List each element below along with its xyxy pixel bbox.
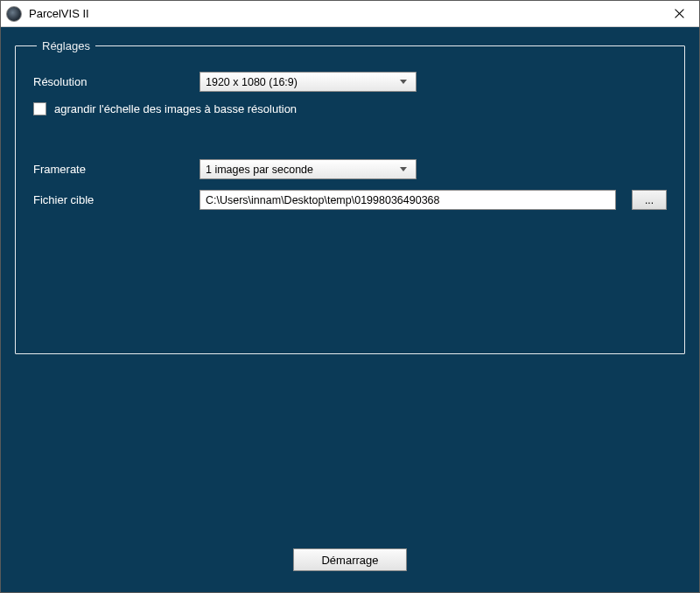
close-button[interactable] [659,1,699,27]
framerate-row: Framerate 1 images par seconde [33,159,667,179]
close-icon [675,9,684,18]
titlebar: ParcelVIS II [1,1,699,27]
upscale-label: agrandir l'échelle des images à basse ré… [54,102,297,115]
bottom-bar: Démarrage [1,548,699,571]
settings-legend: Réglages [37,39,95,52]
browse-button[interactable]: ... [632,190,667,210]
framerate-dropdown[interactable]: 1 images par seconde [200,159,416,179]
settings-group: Réglages Résolution 1920 x 1080 (16:9) a… [15,39,685,354]
resolution-dropdown[interactable]: 1920 x 1080 (16:9) [200,72,416,92]
chevron-down-icon [396,160,410,178]
target-file-row: Fichier cible ... [33,190,667,210]
client-area: Réglages Résolution 1920 x 1080 (16:9) a… [1,27,699,592]
target-file-input[interactable] [200,190,616,210]
target-file-label: Fichier cible [33,193,200,206]
resolution-selected: 1920 x 1080 (16:9) [206,76,396,88]
upscale-row: agrandir l'échelle des images à basse ré… [33,102,667,115]
app-window: ParcelVIS II Réglages Résolution 1920 x … [0,0,700,593]
upscale-checkbox[interactable] [33,102,46,115]
resolution-label: Résolution [33,75,200,88]
start-button[interactable]: Démarrage [293,548,407,571]
window-title: ParcelVIS II [29,7,659,20]
framerate-label: Framerate [33,163,200,176]
resolution-row: Résolution 1920 x 1080 (16:9) [33,72,667,92]
chevron-down-icon [396,73,410,91]
framerate-selected: 1 images par seconde [206,164,396,176]
app-icon [6,6,22,22]
